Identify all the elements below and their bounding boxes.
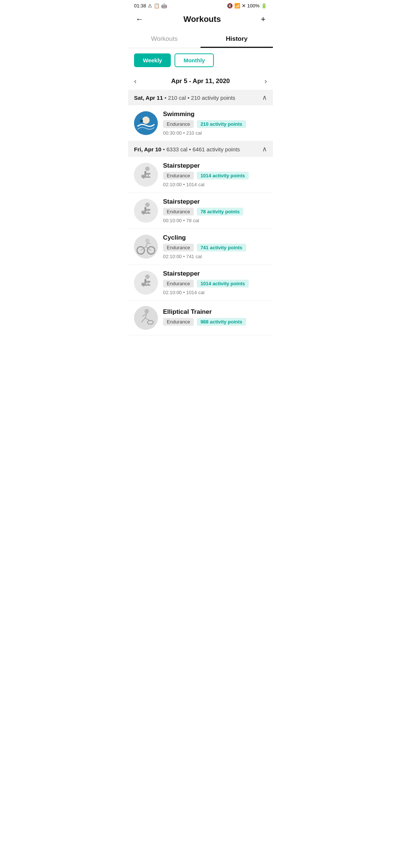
svg-rect-32 bbox=[141, 285, 150, 286]
workout-info-stairstepper-2: Stairstepper Endurance 78 activity point… bbox=[163, 198, 267, 223]
svg-rect-15 bbox=[146, 209, 150, 211]
tag-endurance: Endurance bbox=[163, 120, 194, 128]
battery-icon: 🔋 bbox=[261, 3, 267, 9]
tag-endurance: Endurance bbox=[163, 208, 194, 216]
status-time: 01:38 bbox=[134, 3, 146, 9]
top-bar: ← Workouts + bbox=[128, 10, 273, 30]
workout-meta: 00:30:00 • 210 cal bbox=[163, 130, 267, 136]
workout-item-stairstepper-2[interactable]: Stairstepper Endurance 78 activity point… bbox=[128, 193, 273, 229]
workout-tags: Endurance 988 activity points bbox=[163, 318, 267, 326]
status-right: 🔇 📶 ✕ 100% 🔋 bbox=[227, 3, 267, 9]
next-period-button[interactable]: › bbox=[264, 77, 267, 85]
avatar-swimming bbox=[134, 111, 158, 135]
chevron-up-icon: ∧ bbox=[262, 93, 267, 102]
workout-item-swimming[interactable]: Swimming Endurance 210 activity points 0… bbox=[128, 105, 273, 141]
tag-endurance: Endurance bbox=[163, 318, 194, 326]
tag-points: 741 activity points bbox=[197, 244, 246, 251]
avatar-cycling bbox=[134, 235, 158, 259]
workout-name: Stairstepper bbox=[163, 162, 267, 170]
tag-endurance: Endurance bbox=[163, 244, 194, 251]
page-title: Workouts bbox=[183, 14, 221, 24]
tag-points: 1014 activity points bbox=[197, 172, 249, 180]
workout-meta: 02:10:00 • 741 cal bbox=[163, 254, 267, 259]
tab-history[interactable]: History bbox=[200, 30, 273, 48]
day-header-sat-apr-11[interactable]: Sat, Apr 11 • 210 cal • 210 activity poi… bbox=[128, 90, 273, 105]
filter-monthly[interactable]: Monthly bbox=[175, 53, 214, 67]
battery-level: 100% bbox=[247, 3, 260, 9]
workout-meta: 02:10:00 • 1014 cal bbox=[163, 290, 267, 295]
workout-tags: Endurance 1014 activity points bbox=[163, 172, 267, 180]
date-navigation: ‹ Apr 5 - Apr 11, 2020 › bbox=[128, 72, 273, 90]
date-range-label: Apr 5 - Apr 11, 2020 bbox=[144, 78, 257, 85]
svg-rect-16 bbox=[141, 213, 150, 214]
add-button[interactable]: + bbox=[259, 13, 267, 26]
workout-info-swimming: Swimming Endurance 210 activity points 0… bbox=[163, 111, 267, 136]
tag-points: 78 activity points bbox=[197, 208, 243, 216]
workout-name: Elliptical Trainer bbox=[163, 308, 267, 316]
svg-rect-8 bbox=[141, 177, 150, 178]
workout-item-stairstepper-1[interactable]: Stairstepper Endurance 1014 activity poi… bbox=[128, 157, 273, 193]
tab-workouts[interactable]: Workouts bbox=[128, 30, 200, 48]
prev-period-button[interactable]: ‹ bbox=[134, 77, 137, 85]
workout-meta: 00:10:00 • 78 cal bbox=[163, 218, 267, 223]
signal-icon: ✕ bbox=[242, 3, 246, 9]
avatar-stairstepper-1 bbox=[134, 163, 158, 187]
workout-item-cycling[interactable]: Cycling Endurance 741 activity points 02… bbox=[128, 229, 273, 265]
svg-point-1 bbox=[142, 116, 150, 124]
filter-weekly[interactable]: Weekly bbox=[134, 53, 171, 67]
tab-bar: Workouts History bbox=[128, 30, 273, 48]
svg-rect-31 bbox=[146, 281, 150, 283]
workout-info-elliptical: Elliptical Trainer Endurance 988 activit… bbox=[163, 308, 267, 328]
filter-row: Weekly Monthly bbox=[128, 48, 273, 72]
tag-points: 1014 activity points bbox=[197, 280, 249, 287]
workout-name: Stairstepper bbox=[163, 270, 267, 277]
android-icon: 🤖 bbox=[161, 3, 167, 9]
mute-icon: 🔇 bbox=[227, 3, 233, 9]
workout-name: Swimming bbox=[163, 111, 267, 118]
svg-point-28 bbox=[145, 274, 150, 279]
day-header-fri-apr-10[interactable]: Fri, Apr 10 • 6333 cal • 6461 activity p… bbox=[128, 141, 273, 157]
back-button[interactable]: ← bbox=[134, 13, 145, 26]
tag-points: 988 activity points bbox=[197, 318, 246, 326]
workout-name: Cycling bbox=[163, 234, 267, 241]
workout-info-stairstepper-1: Stairstepper Endurance 1014 activity poi… bbox=[163, 162, 267, 187]
task-icon: 📋 bbox=[154, 3, 160, 9]
avatar-elliptical bbox=[134, 306, 158, 330]
day-header-text: Sat, Apr 11 • 210 cal • 210 activity poi… bbox=[134, 95, 235, 101]
day-section-sat-apr-11: Sat, Apr 11 • 210 cal • 210 activity poi… bbox=[128, 90, 273, 141]
svg-point-12 bbox=[145, 203, 150, 207]
workout-item-elliptical[interactable]: Elliptical Trainer Endurance 988 activit… bbox=[128, 301, 273, 335]
alert-icon: ⚠ bbox=[148, 3, 152, 9]
wifi-icon: 📶 bbox=[234, 3, 240, 9]
chevron-up-icon-fri: ∧ bbox=[262, 145, 267, 153]
svg-point-22 bbox=[145, 239, 150, 243]
workout-item-stairstepper-3[interactable]: Stairstepper Endurance 1014 activity poi… bbox=[128, 265, 273, 301]
day-header-text-fri: Fri, Apr 10 • 6333 cal • 6461 activity p… bbox=[134, 146, 240, 152]
svg-point-36 bbox=[144, 309, 149, 313]
svg-rect-7 bbox=[146, 173, 150, 175]
avatar-stairstepper-3 bbox=[134, 271, 158, 295]
tag-endurance: Endurance bbox=[163, 172, 194, 180]
svg-point-2 bbox=[140, 119, 143, 122]
workout-tags: Endurance 1014 activity points bbox=[163, 280, 267, 287]
svg-point-4 bbox=[145, 167, 150, 171]
workout-name: Stairstepper bbox=[163, 198, 267, 206]
status-bar: 01:38 ⚠ 📋 🤖 🔇 📶 ✕ 100% 🔋 bbox=[128, 0, 273, 10]
avatar-stairstepper-2 bbox=[134, 199, 158, 223]
workout-meta: 02:10:00 • 1014 cal bbox=[163, 182, 267, 187]
workout-tags: Endurance 210 activity points bbox=[163, 120, 267, 128]
workout-tags: Endurance 741 activity points bbox=[163, 244, 267, 251]
workout-info-stairstepper-3: Stairstepper Endurance 1014 activity poi… bbox=[163, 270, 267, 295]
status-left: 01:38 ⚠ 📋 🤖 bbox=[134, 3, 167, 9]
workout-info-cycling: Cycling Endurance 741 activity points 02… bbox=[163, 234, 267, 259]
tag-endurance: Endurance bbox=[163, 280, 194, 287]
day-section-fri-apr-10: Fri, Apr 10 • 6333 cal • 6461 activity p… bbox=[128, 141, 273, 335]
tag-points: 210 activity points bbox=[197, 120, 246, 128]
workout-tags: Endurance 78 activity points bbox=[163, 208, 267, 216]
